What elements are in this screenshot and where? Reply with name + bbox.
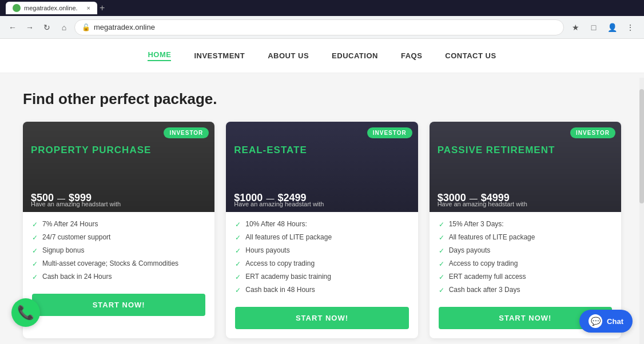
check-icon: ✓ [32, 247, 38, 255]
card-image-2: INVESTOR REAL-ESTATE $1000 — $2499 Have … [226, 122, 418, 212]
feature-2-0: ✓ 10% After 48 Hours: [235, 220, 408, 229]
browser-chrome: megatradex.online. × + [0, 0, 644, 16]
check-icon: ✓ [235, 273, 241, 281]
main-nav: HOME INVESTMENT ABOUT US EDUCATION FAQS … [0, 39, 644, 73]
browser-tab[interactable]: megatradex.online. × [6, 2, 97, 14]
card-desc-2: Have an amazing headstart with [234, 201, 324, 207]
whatsapp-icon: 📞 [17, 305, 34, 321]
start-button-2[interactable]: START NOW! [235, 307, 408, 329]
home-button[interactable]: ⌂ [57, 21, 71, 34]
card-badge-1: INVESTOR [164, 127, 209, 138]
nav-about[interactable]: ABOUT US [268, 51, 309, 60]
feature-1-3: ✓ Multi-asset coverage; Stocks & Commodi… [32, 259, 205, 268]
feature-2-2: ✓ Hours payouts [235, 246, 408, 255]
card-title-3: PASSIVE RETIREMENT [438, 145, 555, 156]
check-icon: ✓ [439, 260, 444, 268]
check-icon: ✓ [439, 234, 444, 242]
scrollbar-thumb[interactable] [639, 89, 644, 203]
back-button[interactable]: ← [6, 21, 19, 34]
check-icon: ✓ [32, 273, 38, 281]
feature-1-2: ✓ Signup bonus [32, 246, 205, 255]
nav-home[interactable]: HOME [148, 50, 171, 61]
tab-title: megatradex.online. [24, 5, 84, 11]
card-features-3: ✓ 15% After 3 Days: ✓ All features of LI… [430, 212, 621, 307]
card-real-estate: INVESTOR REAL-ESTATE $1000 — $2499 Have … [226, 122, 418, 338]
url-security-icon: 🔓 [82, 23, 90, 31]
url-text: megatradex.online [94, 23, 556, 31]
menu-button[interactable]: ⋮ [622, 19, 638, 35]
new-tab-button[interactable]: + [100, 3, 105, 13]
forward-button[interactable]: → [23, 21, 37, 34]
card-property-purchase: INVESTOR PROPERTY PURCHASE $500 — $999 H… [23, 122, 214, 338]
card-desc-1: Have an amazing headstart with [31, 201, 121, 207]
tab-favicon [13, 4, 21, 12]
check-icon: ✓ [32, 234, 38, 242]
feature-3-0: ✓ 15% After 3 Days: [439, 220, 612, 229]
check-icon: ✓ [235, 286, 241, 294]
card-features-2: ✓ 10% After 48 Hours: ✓ All features of … [226, 212, 418, 307]
feature-3-1: ✓ All features of LITE package [439, 233, 612, 242]
extensions-button[interactable]: □ [586, 19, 602, 35]
feature-2-3: ✓ Access to copy trading [235, 259, 408, 268]
check-icon: ✓ [235, 234, 241, 242]
check-icon: ✓ [235, 221, 241, 229]
feature-1-0: ✓ 7% After 24 Hours [32, 220, 205, 229]
card-desc-3: Have an amazing headstart with [438, 201, 527, 207]
check-icon: ✓ [439, 273, 444, 281]
section-title: Find other perfect package. [23, 90, 621, 108]
card-image-1: INVESTOR PROPERTY PURCHASE $500 — $999 H… [23, 122, 214, 212]
check-icon: ✓ [235, 260, 241, 268]
feature-2-4: ✓ ERT academy basic training [235, 273, 408, 281]
card-features-1: ✓ 7% After 24 Hours ✓ 24/7 customer supp… [23, 212, 214, 294]
check-icon: ✓ [32, 260, 38, 268]
cards-container: INVESTOR PROPERTY PURCHASE $500 — $999 H… [23, 122, 621, 338]
reload-button[interactable]: ↻ [40, 21, 54, 34]
check-icon: ✓ [439, 221, 444, 229]
scrollbar[interactable] [639, 78, 644, 344]
card-badge-2: INVESTOR [367, 127, 412, 138]
feature-2-5: ✓ Cash back in 48 Hours [235, 286, 408, 294]
chat-button[interactable]: 💬 Chat [579, 310, 633, 333]
feature-3-2: ✓ Days payouts [439, 246, 612, 255]
chat-label: Chat [607, 317, 623, 326]
nav-faqs[interactable]: FAQS [401, 51, 422, 60]
nav-contact[interactable]: CONTACT US [445, 51, 496, 60]
nav-education[interactable]: EDUCATION [332, 51, 378, 60]
bookmark-button[interactable]: ★ [567, 19, 583, 35]
address-bar[interactable]: 🔓 megatradex.online [74, 19, 564, 35]
feature-2-1: ✓ All features of LITE package [235, 233, 408, 242]
card-title-1: PROPERTY PURCHASE [31, 145, 151, 156]
feature-3-5: ✓ Cash back after 3 Days [439, 286, 612, 294]
feature-3-4: ✓ ERT academy full access [439, 273, 612, 281]
nav-investment[interactable]: INVESTMENT [194, 51, 245, 60]
feature-1-4: ✓ Cash back in 24 Hours [32, 273, 205, 281]
whatsapp-button[interactable]: 📞 [11, 298, 40, 327]
chat-bubble-icon: 💬 [589, 314, 602, 328]
toolbar-actions: ★ □ 👤 ⋮ [567, 19, 638, 35]
check-icon: ✓ [235, 247, 241, 255]
chat-icon: 💬 [591, 317, 601, 326]
card-passive-retirement: INVESTOR PASSIVE RETIREMENT $3000 — $499… [430, 122, 621, 338]
start-button-1[interactable]: START NOW! [32, 294, 205, 316]
page-content: HOME INVESTMENT ABOUT US EDUCATION FAQS … [0, 39, 644, 344]
check-icon: ✓ [439, 247, 444, 255]
card-image-3: INVESTOR PASSIVE RETIREMENT $3000 — $499… [430, 122, 621, 212]
card-badge-3: INVESTOR [570, 127, 615, 138]
main-section: Find other perfect package. INVESTOR PRO… [0, 73, 644, 344]
feature-3-3: ✓ Access to copy trading [439, 259, 612, 268]
check-icon: ✓ [439, 286, 444, 294]
feature-1-1: ✓ 24/7 customer support [32, 233, 205, 242]
check-icon: ✓ [32, 221, 38, 229]
tab-close-button[interactable]: × [87, 5, 90, 11]
account-button[interactable]: 👤 [604, 19, 620, 35]
browser-toolbar: ← → ↻ ⌂ 🔓 megatradex.online ★ □ 👤 ⋮ [0, 16, 644, 39]
card-title-2: REAL-ESTATE [234, 145, 307, 156]
